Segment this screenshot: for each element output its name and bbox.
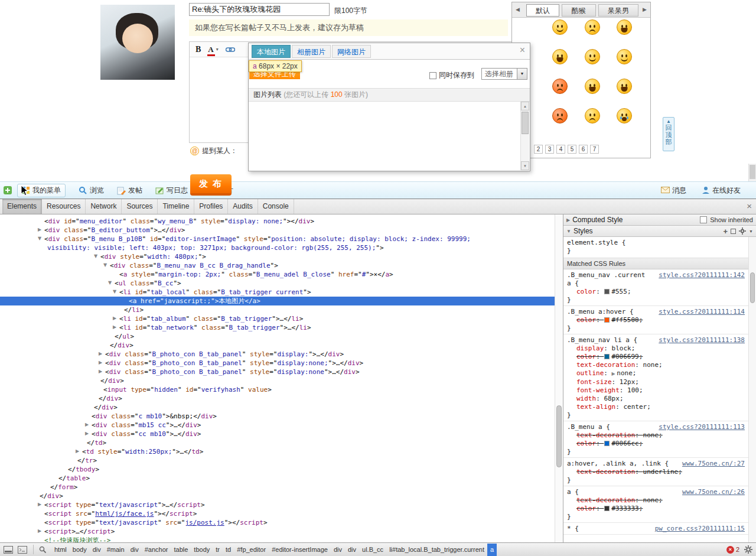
dom-tree-line[interactable]: <div class="c mb10">&nbsp;</div> bbox=[0, 412, 555, 421]
disclosure-collapsed-icon[interactable]: ▶ bbox=[99, 369, 102, 374]
dom-tree-line[interactable]: ▼<ul class="B_cc"> bbox=[0, 279, 555, 288]
page-scrollbar-thumb[interactable] bbox=[750, 165, 755, 179]
navbar-item-friends[interactable]: 在线好友 bbox=[702, 186, 741, 196]
stylesheet-link[interactable]: style.css?20111111:138 bbox=[659, 336, 745, 344]
breadcrumb-a[interactable]: a bbox=[487, 544, 497, 556]
dialog-tab-tab2[interactable]: 网络图片 bbox=[332, 45, 371, 58]
dom-tree-line[interactable]: </form> bbox=[0, 483, 555, 492]
navbar-item-post[interactable]: 发帖 bbox=[117, 186, 142, 196]
computed-style-header[interactable]: ▶ Computed Style Show inherited bbox=[563, 214, 756, 226]
dom-tree-line[interactable]: <div id="menu_editor" class="wy_menu_B" … bbox=[0, 217, 555, 226]
navbar-item-message[interactable]: 消息 bbox=[661, 186, 686, 196]
dom-tree-line[interactable]: <script src="html/js/face.js"></script> bbox=[0, 509, 555, 518]
surprised-emoji[interactable] bbox=[552, 49, 568, 64]
kiss-emoji[interactable] bbox=[617, 49, 632, 64]
grin-emoji[interactable] bbox=[585, 79, 600, 94]
breadcrumb-tr[interactable]: tr bbox=[213, 544, 223, 556]
emoji-tab-2[interactable]: 呆呆男 bbox=[598, 4, 638, 17]
dom-tree-line[interactable]: ▶<div class="B_editor_buttom">…</div> bbox=[0, 226, 555, 235]
breadcrumb-div[interactable]: div bbox=[128, 544, 142, 556]
styles-scrollbar-thumb[interactable] bbox=[750, 272, 755, 303]
settings-gear-icon[interactable] bbox=[744, 545, 752, 554]
album-select-dropdown[interactable]: 选择相册 ▼ bbox=[481, 68, 527, 80]
styles-header[interactable]: ▼ Styles + ▼ bbox=[563, 226, 756, 237]
devtools-close-button[interactable]: × bbox=[747, 201, 752, 211]
dom-tree-line[interactable]: ▶<div class="B_photo_con B_tab_panel" st… bbox=[0, 359, 555, 368]
css-property[interactable]: color: #ff5500; bbox=[567, 316, 745, 324]
stylesheet-link[interactable]: pw_core.css?20111111:15 bbox=[655, 525, 745, 533]
dom-tree-line[interactable]: ▶<li id="tab_album" class="B_tab_trigger… bbox=[0, 314, 555, 323]
emoji-page-6[interactable]: 6 bbox=[579, 145, 588, 154]
breadcrumb-li-tab-local-b-tab-trigger-current[interactable]: li#tab_local.B_tab_trigger.current bbox=[386, 544, 487, 556]
dom-tree-line[interactable]: </ul> bbox=[0, 332, 555, 341]
insert-link-icon[interactable] bbox=[226, 47, 235, 53]
element-style-block[interactable]: element.style { } bbox=[563, 237, 748, 258]
styles-gear-icon[interactable] bbox=[739, 227, 746, 235]
font-color-caret-icon[interactable]: ▾ bbox=[216, 47, 219, 52]
page-scrollbar[interactable] bbox=[748, 164, 756, 181]
sad-emoji[interactable] bbox=[585, 19, 600, 35]
dom-tree-line[interactable]: ▶<div class="B_photo_con B_tab_panel" st… bbox=[0, 350, 555, 359]
dom-tree-line[interactable]: ▼<div style="width: 480px;"> bbox=[0, 252, 555, 261]
emoji-tabs-prev-button[interactable]: ◀ bbox=[516, 6, 520, 12]
stylesheet-link[interactable]: style.css?20111111:142 bbox=[659, 271, 745, 279]
css-property[interactable]: outline: ▶ none; bbox=[567, 369, 745, 378]
emoji-page-2[interactable]: 2 bbox=[534, 145, 543, 154]
breadcrumb-div[interactable]: div bbox=[345, 544, 359, 556]
disclosure-collapsed-icon[interactable]: ▶ bbox=[76, 449, 79, 454]
save-to-album-checkbox[interactable]: 同时保存到 bbox=[429, 70, 474, 80]
emoji-tabs-next-button[interactable]: ▶ bbox=[643, 6, 647, 12]
dom-tree-line[interactable]: </tr> bbox=[0, 456, 555, 465]
css-property[interactable]: text-align: center; bbox=[567, 403, 745, 411]
breadcrumb-main[interactable]: #main bbox=[104, 544, 128, 556]
dom-tree-line[interactable]: </div> bbox=[0, 341, 555, 350]
dropdown-arrow-icon[interactable]: ▼ bbox=[517, 69, 527, 79]
dom-tree-line[interactable]: <a style="margin-top: 2px;" class="B_men… bbox=[0, 270, 555, 279]
font-color-button[interactable]: A bbox=[208, 45, 213, 54]
console-drawer-icon[interactable] bbox=[18, 546, 27, 554]
scroll-up-icon[interactable]: ▲ bbox=[521, 102, 529, 110]
devtools-tab-elements[interactable]: Elements bbox=[2, 199, 42, 214]
dom-tree-line[interactable]: <input type="hidden" id="verifyhash" val… bbox=[0, 385, 555, 394]
breadcrumb-fp-editor[interactable]: #fp_editor bbox=[234, 544, 269, 556]
image-list-scrollbar[interactable]: ▲ ▼ bbox=[520, 102, 529, 170]
stylesheet-link[interactable]: www.75one.cn/:27 bbox=[682, 460, 745, 468]
breadcrumb-div[interactable]: div bbox=[90, 544, 104, 556]
dom-tree-line[interactable]: </tbody> bbox=[0, 465, 555, 474]
dom-tree-line[interactable]: visibility: visible; left: 403px; top: 3… bbox=[0, 243, 555, 252]
breadcrumb-ul-b-cc[interactable]: ul.B_cc bbox=[359, 544, 386, 556]
dom-tree-line[interactable]: </div> bbox=[0, 376, 555, 385]
dom-tree-line[interactable]: ▶<script>…</script> bbox=[0, 527, 555, 536]
back-to-top-button[interactable]: ▲ 回顶部 bbox=[663, 117, 674, 151]
css-property[interactable]: width: 68px; bbox=[567, 395, 745, 403]
dom-tree-line[interactable]: ▶<div class="B_photo_con B_tab_panel" st… bbox=[0, 368, 555, 376]
dom-tree-line[interactable]: </div> bbox=[0, 492, 555, 500]
stylesheet-link[interactable]: style.css?20111111:114 bbox=[659, 308, 745, 316]
dom-tree-line[interactable]: </table> bbox=[0, 474, 555, 483]
devtools-tab-network[interactable]: Network bbox=[86, 199, 122, 214]
upset-emoji[interactable] bbox=[585, 108, 600, 123]
breadcrumb-tbody[interactable]: tbody bbox=[191, 544, 213, 556]
dom-tree-line[interactable]: ▼<div class="B_menu_nav B_cc B_drag_hand… bbox=[0, 261, 555, 270]
post-title-input[interactable] bbox=[189, 3, 330, 16]
breadcrumb-table[interactable]: table bbox=[171, 544, 191, 556]
emoji-page-4[interactable]: 4 bbox=[556, 145, 565, 154]
disclosure-collapsed-icon[interactable]: ▶ bbox=[99, 352, 102, 356]
disclosure-collapsed-icon[interactable]: ▶ bbox=[113, 325, 116, 330]
styles-scrollbar[interactable] bbox=[748, 237, 756, 542]
scroll-down-icon[interactable]: ▼ bbox=[521, 161, 529, 170]
emoji-tab-1[interactable]: 酷猴 bbox=[562, 4, 596, 17]
navbar-item-browse[interactable]: 浏览 bbox=[79, 186, 104, 196]
devtools-tab-resources[interactable]: Resources bbox=[42, 199, 86, 214]
disclosure-collapsed-icon[interactable]: ▶ bbox=[85, 422, 89, 427]
grimace-emoji[interactable] bbox=[617, 79, 632, 94]
dom-tree-line[interactable]: <a href="javascript:;">本地图片</a> bbox=[0, 297, 555, 305]
css-property[interactable]: color: #0066cc; bbox=[567, 440, 745, 448]
dom-tree-line[interactable]: </div> bbox=[0, 403, 555, 412]
dom-tree-line[interactable]: </div> bbox=[0, 394, 555, 403]
breadcrumb-div[interactable]: div bbox=[331, 544, 345, 556]
quick-menu-icon[interactable] bbox=[3, 186, 12, 195]
disclosure-expanded-icon[interactable]: ▼ bbox=[94, 254, 97, 259]
css-property[interactable]: text-decoration: underline; bbox=[567, 468, 745, 476]
checkbox-icon[interactable] bbox=[429, 72, 436, 79]
